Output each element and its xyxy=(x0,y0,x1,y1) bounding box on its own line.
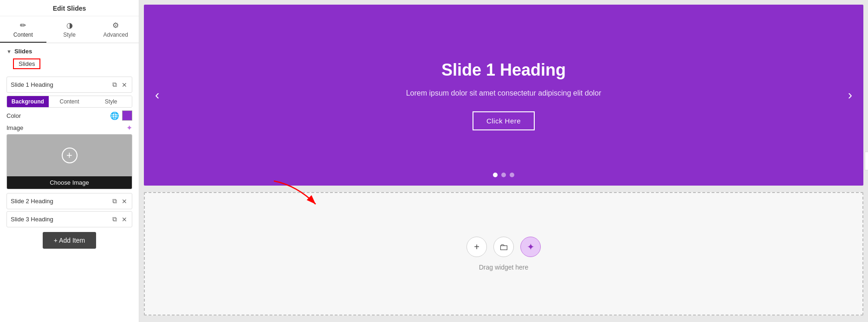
dot-2[interactable] xyxy=(501,173,506,177)
add-item-button[interactable]: + Add Item xyxy=(43,232,96,249)
color-controls: 🌐 xyxy=(110,110,132,121)
section-arrow: ▼ xyxy=(6,49,12,54)
sidebar-body: ▼ Slides Slides Slide 1 Heading ⧉ ✕ Back… xyxy=(0,43,139,322)
slide-tab-content[interactable]: Content xyxy=(49,96,91,107)
image-label: Image xyxy=(6,124,126,131)
tab-style[interactable]: ◑ Style xyxy=(46,16,93,43)
choose-image-bar[interactable]: Choose Image xyxy=(7,176,132,189)
tab-advanced-label: Advanced xyxy=(103,32,128,38)
color-label: Color xyxy=(6,112,110,119)
slide-3-remove-btn[interactable]: ✕ xyxy=(121,214,128,224)
image-upload-box[interactable]: + Choose Image xyxy=(6,134,132,189)
plus-circle-icon: + xyxy=(62,148,78,163)
slide-sub-tabs: Background Content Style xyxy=(6,96,132,108)
add-widget-btn[interactable]: + xyxy=(466,237,487,257)
color-swatch[interactable] xyxy=(122,110,132,121)
image-prop-row: Image ✦ xyxy=(6,123,132,132)
globe-icon[interactable]: 🌐 xyxy=(110,111,119,120)
slide-3-actions: ⧉ ✕ xyxy=(111,214,128,224)
slide-2-remove-btn[interactable]: ✕ xyxy=(121,196,128,206)
magic-icon[interactable]: ✦ xyxy=(126,123,132,132)
slide-item-3: Slide 3 Heading ⧉ ✕ xyxy=(6,211,132,227)
slide-tab-background[interactable]: Background xyxy=(7,96,49,107)
main-area: Slide 1 Heading Lorem ipsum dolor sit am… xyxy=(139,0,868,322)
tab-content[interactable]: ✏ Content xyxy=(0,16,46,43)
tab-content-label: Content xyxy=(13,32,33,38)
slide-2-actions: ⧉ ✕ xyxy=(111,196,128,206)
slide-1-label: Slide 1 Heading xyxy=(11,81,111,88)
slide-2-label: Slide 2 Heading xyxy=(11,198,111,205)
sidebar: Edit Slides ✏ Content ◑ Style ⚙ Advanced… xyxy=(0,0,139,322)
color-row: Color 🌐 xyxy=(6,110,132,121)
drop-zone-icons: + 🗀 ✦ xyxy=(466,237,541,257)
slide-3-duplicate-btn[interactable]: ⧉ xyxy=(111,214,118,224)
slide-cta-button[interactable]: Click Here xyxy=(473,111,535,130)
section-label: Slides xyxy=(14,48,32,55)
drop-zone-text: Drag widget here xyxy=(479,264,529,271)
slide-2-duplicate-btn[interactable]: ⧉ xyxy=(111,196,118,206)
slide-tab-style[interactable]: Style xyxy=(90,96,132,107)
tab-advanced[interactable]: ⚙ Advanced xyxy=(92,16,139,43)
content-icon: ✏ xyxy=(20,21,26,30)
image-placeholder: + xyxy=(7,135,132,176)
slide-1-remove-btn[interactable]: ✕ xyxy=(121,80,128,90)
slide-item-2: Slide 2 Heading ⧉ ✕ xyxy=(6,193,132,209)
sidebar-title: Edit Slides xyxy=(0,0,139,16)
dot-1[interactable] xyxy=(493,173,498,177)
folder-btn[interactable]: 🗀 xyxy=(493,237,514,257)
slider-arrow-left[interactable]: ‹ xyxy=(150,83,164,107)
slides-label-button[interactable]: Slides xyxy=(13,58,40,69)
style-icon: ◑ xyxy=(66,21,73,30)
advanced-icon: ⚙ xyxy=(112,21,119,30)
dot-3[interactable] xyxy=(510,173,514,177)
slider-container: Slide 1 Heading Lorem ipsum dolor sit am… xyxy=(144,5,863,186)
magic-drop-btn[interactable]: ✦ xyxy=(520,237,541,257)
slide-1-duplicate-btn[interactable]: ⧉ xyxy=(111,80,118,90)
tab-style-label: Style xyxy=(63,32,76,38)
slider-arrow-right[interactable]: › xyxy=(843,83,857,107)
slide-3-label: Slide 3 Heading xyxy=(11,216,111,223)
slide-heading: Slide 1 Heading xyxy=(406,60,602,80)
section-header: ▼ Slides xyxy=(0,43,139,58)
slider-content: Slide 1 Heading Lorem ipsum dolor sit am… xyxy=(397,51,611,140)
slider-dots xyxy=(493,173,514,177)
tab-bar: ✏ Content ◑ Style ⚙ Advanced xyxy=(0,16,139,43)
slide-item-1: Slide 1 Heading ⧉ ✕ xyxy=(6,77,132,93)
drop-zone: + 🗀 ✦ Drag widget here xyxy=(144,192,863,316)
slide-text: Lorem ipsum dolor sit amet consectetur a… xyxy=(406,89,602,97)
slide-1-actions: ⧉ ✕ xyxy=(111,80,128,90)
